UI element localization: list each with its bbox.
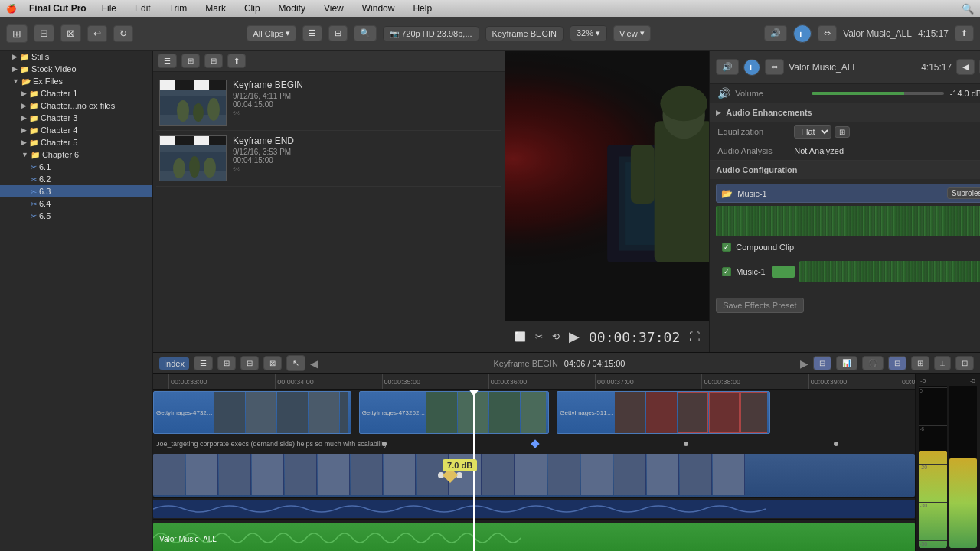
video-clip-getty3[interactable]: GettyImages-511613908 [557,391,770,434]
music1-sub-row: ✓ Music-1 [716,255,980,289]
clip-appearance-btn[interactable]: ☰ [194,356,213,370]
eq-settings-btn[interactable]: ⊞ [835,126,850,138]
keyframe-dot[interactable] [834,442,838,446]
tl-btn6[interactable]: ⟂ [934,356,951,370]
clip-filter-btn[interactable]: ⊟ [204,54,223,68]
zoom-in-btn[interactable]: ⊞ [217,356,236,370]
tl-btn5[interactable]: ⊞ [911,356,929,370]
all-clips-btn[interactable]: All Clips ▾ [247,25,296,41]
browser-btn[interactable]: ⊟ [34,24,54,42]
grid-view-btn[interactable]: ⊞ [328,25,348,41]
menu-help[interactable]: Help [410,3,435,14]
list-view-btn[interactable]: ☰ [302,25,322,41]
fullscreen-btn[interactable]: ⛶ [689,331,700,343]
sidebar-item-chapter6[interactable]: ▼ 📁 Chapter 6 [0,148,152,161]
svg-rect-3 [160,80,175,90]
sidebar-item-stills[interactable]: ▶ 📁 Stills [0,51,152,63]
audio-enhancements-header[interactable]: ▶ Audio Enhancements [710,103,980,122]
sidebar-item-chapter-no-ex[interactable]: ▶ 📁 Chapter...no ex files [0,99,152,112]
play-btn[interactable]: ▶ [569,328,580,345]
timeline-nav-back[interactable]: ◀ [310,357,318,370]
audio-btn[interactable]: 🔊 [764,25,787,41]
sidebar-item-6-2[interactable]: ✂ 6.2 [0,173,152,185]
inspector-info-btn[interactable]: i [743,59,760,76]
search-btn[interactable]: 🔍 [354,25,377,41]
sidebar-item-6-1[interactable]: ✂ 6.1 [0,161,152,173]
sidebar-item-ex-files[interactable]: ▼ 📂 Ex Files [0,75,152,87]
zoom-control[interactable]: 32% ▾ [570,25,607,41]
transform-btn[interactable]: ⇔ [818,25,837,41]
sidebar-item-6-4[interactable]: ✂ 6.4 [0,197,152,210]
menu-mark[interactable]: Mark [202,3,229,14]
audio-config-header[interactable]: Audio Configuration [710,161,980,179]
sidebar-item-chapter4[interactable]: ▶ 📁 Chapter 4 [0,124,152,136]
library-icon-btn[interactable]: ⊞ [6,24,28,43]
compound-checkbox[interactable]: ✓ [722,243,731,252]
subroles-btn[interactable]: Subroles ▾ [947,187,980,199]
compound-clip-row: ✓ Compound Clip [716,240,980,255]
clip-item-keyframe-end[interactable]: Keyframe END 9/12/16, 3:53 PM 00:04:15:0… [156,131,501,187]
video-clip-getty1[interactable]: GettyImages-473228691 [153,391,351,434]
tl-btn2[interactable]: 📊 [836,356,858,370]
preview-video[interactable] [505,51,709,321]
clip-share-btn[interactable]: ⬆ [227,54,246,68]
share-btn[interactable]: ⬆ [955,25,974,41]
sidebar-item-stock-video[interactable]: ▶ 📁 Stock Video [0,63,152,75]
clip-grid-btn[interactable]: ⊞ [181,54,200,68]
tl-btn3[interactable]: 🎧 [862,356,884,370]
index-tab[interactable]: Index [159,357,189,370]
timeline-content[interactable]: 00:00:33:00 00:00:34:00 00:00:35:00 00:0… [153,374,915,551]
audio-expand-btn[interactable]: ⊟ [240,356,259,370]
keyframe-dot[interactable] [382,442,387,446]
stabilize-btn[interactable]: ⟲ [552,331,560,342]
keyframe-dot[interactable] [684,442,688,446]
menu-view[interactable]: View [321,3,347,14]
clip-item-keyframe-begin[interactable]: Keyframe BEGIN 9/12/16, 4:11 PM 00:04:15… [156,75,501,131]
sidebar-item-6-5[interactable]: ✂ 6.5 [0,210,152,222]
music1-sub-checkbox[interactable]: ✓ [722,267,731,276]
clip-sort-btn[interactable]: ☰ [158,54,177,68]
menu-trim[interactable]: Trim [166,3,191,14]
tl-btn1[interactable]: ⊟ [813,356,831,370]
audio-meter-btn[interactable]: 🔊 [716,59,739,75]
audio-clip-container[interactable] [153,454,915,497]
menu-modify[interactable]: Modify [276,3,309,14]
tl-btn4[interactable]: ⊟ [888,356,906,370]
audio-configuration-section: Audio Configuration 📂 Music-1 Subroles ▾ [710,161,980,318]
inspector-transform-btn[interactable]: ⇔ [765,59,784,75]
collapse-arrow: ▶ [21,126,27,134]
forward-btn[interactable]: ↻ [113,25,133,42]
meter-fill-right [949,458,978,548]
volume-slider[interactable] [812,92,943,95]
audio-meters: -5 -5 0 -6 -20 -30 -50 [915,374,980,551]
menu-edit[interactable]: Edit [132,3,154,14]
timeline-view-btn[interactable]: ⊠ [263,356,282,370]
menu-file[interactable]: File [99,3,119,14]
sidebar-label: Chapter 3 [41,113,77,122]
valor-clip[interactable]: Valor Music_ALL [153,523,915,551]
music1-folder-icon: 📂 [721,188,733,199]
trim-btn[interactable]: ✂ [535,331,543,342]
tool-select-btn[interactable]: ↖ [286,355,305,371]
compound-clip-label: Compound Clip [736,243,794,252]
menu-clip[interactable]: Clip [241,3,263,14]
info-btn[interactable]: i [793,24,812,43]
sidebar-item-chapter1[interactable]: ▶ 📁 Chapter 1 [0,87,152,99]
save-effects-btn[interactable]: Save Effects Preset [716,298,803,313]
search-icon[interactable]: 🔍 [962,3,974,15]
timeline-nav-fwd[interactable]: ▶ [800,357,808,370]
inspector-nav-back[interactable]: ◀ [956,59,975,75]
sidebar-item-chapter3[interactable]: ▶ 📁 Chapter 3 [0,112,152,124]
keyframe-diamond[interactable] [531,439,539,448]
view-btn[interactable]: View ▾ [613,25,651,41]
menu-window[interactable]: Window [359,3,398,14]
sidebar-item-chapter5[interactable]: ▶ 📁 Chapter 5 [0,136,152,148]
track-content[interactable]: GettyImages-473228691 [153,390,915,435]
aspect-ratio-btn[interactable]: ⬜ [514,331,526,342]
tl-btn7[interactable]: ⊡ [956,356,974,370]
equalization-dropdown[interactable]: Flat [794,125,831,139]
back-btn[interactable]: ↩ [87,25,107,42]
sidebar-item-6-3[interactable]: ✂ 6.3 [0,185,152,197]
timeline-btn[interactable]: ⊠ [60,24,81,42]
video-clip-getty2[interactable]: GettyImages-473262199 [359,391,550,434]
